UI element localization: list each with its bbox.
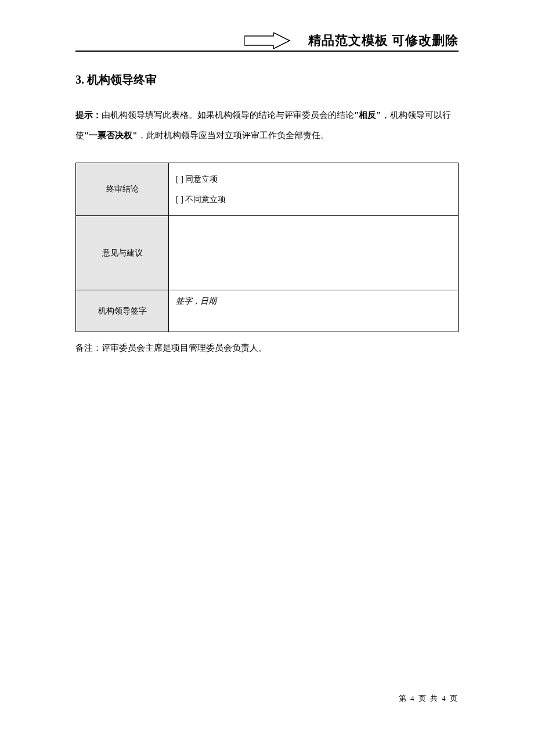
header-section: 精品范文模板 可修改删除 — [75, 32, 459, 52]
hint-bold-1: "相反" — [354, 110, 381, 120]
review-table: 终审结论 [ ] 同意立项 [ ] 不同意立项 意见与建议 机构领导签字 签字，… — [75, 163, 459, 332]
signature-value-cell[interactable]: 签字，日期 — [169, 290, 459, 332]
hint-text-1: 由机构领导填写此表格。如果机构领导的结论与评审委员会的结论 — [102, 110, 354, 120]
table-row: 机构领导签字 签字，日期 — [76, 290, 459, 332]
conclusion-value-cell: [ ] 同意立项 [ ] 不同意立项 — [169, 163, 459, 216]
table-row: 终审结论 [ ] 同意立项 [ ] 不同意立项 — [76, 163, 459, 216]
header-title: 精品范文模板 可修改删除 — [308, 32, 459, 49]
hint-bold-2: "一票否决权" — [84, 131, 138, 140]
hint-text-3: ，此时机构领导应当对立项评审工作负全部责任。 — [138, 131, 329, 140]
checkbox-option-agree[interactable]: [ ] 同意立项 — [176, 169, 451, 189]
table-row: 意见与建议 — [76, 216, 459, 290]
opinion-value-cell[interactable] — [169, 216, 459, 290]
signature-hint: 签字，日期 — [176, 297, 217, 305]
page-container: 精品范文模板 可修改删除 3. 机构领导终审 提示：由机构领导填写此表格。如果机… — [0, 0, 534, 354]
opinion-label-cell: 意见与建议 — [76, 216, 169, 290]
section-title: 机构领导终审 — [87, 73, 157, 86]
hint-paragraph: 提示：由机构领导填写此表格。如果机构领导的结论与评审委员会的结论"相反"，机构领… — [75, 105, 459, 145]
checkbox-option-disagree[interactable]: [ ] 不同意立项 — [176, 189, 451, 210]
conclusion-label-cell: 终审结论 — [76, 163, 169, 216]
footnote: 备注：评审委员会主席是项目管理委员会负责人。 — [75, 343, 459, 354]
signature-label-cell: 机构领导签字 — [76, 290, 169, 332]
page-number: 第 4 页 共 4 页 — [399, 693, 459, 704]
section-heading: 3. 机构领导终审 — [75, 72, 459, 88]
hint-label: 提示： — [75, 110, 102, 120]
section-number: 3. — [75, 73, 84, 86]
arrow-right-icon — [244, 33, 291, 49]
